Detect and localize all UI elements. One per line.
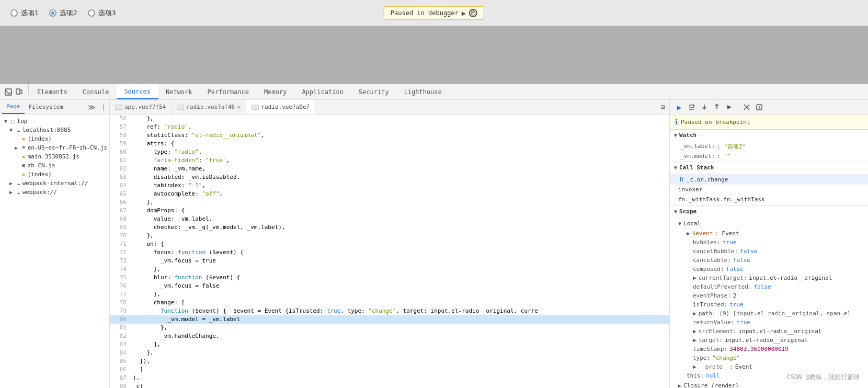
devtools-content: Page Filesystem ≫ ⋮ ▼ □ top ▼ ☁ localhos… (0, 100, 868, 388)
code-editor[interactable]: 56 },57 ref: "radio",58 staticClass: "el… (110, 115, 669, 388)
radio-option-1[interactable]: 选项1 (10, 8, 39, 18)
tab-console[interactable]: Console (75, 84, 117, 99)
deactivate-breakpoints-button[interactable] (741, 102, 752, 112)
code-line[interactable]: 59 attrs: { (110, 140, 669, 148)
tab-performance[interactable]: Performance (200, 84, 257, 99)
tab-memory[interactable]: Memory (257, 84, 294, 99)
expand-icon[interactable]: ▶ (693, 275, 696, 281)
callstack-item-3[interactable]: fn._withTask.fn._withTask (670, 195, 868, 204)
code-line[interactable]: 83 ], (110, 340, 669, 349)
code-line[interactable]: 65 autocomplete: "off", (110, 190, 669, 198)
code-line[interactable]: 85 }), (110, 357, 669, 366)
split-icon[interactable]: ⊡ (661, 103, 665, 111)
code-line[interactable]: 63 disabled: _vm.isDisabled, (110, 173, 669, 181)
line-number: 83 (110, 340, 131, 349)
more-icon[interactable]: ≫ (86, 103, 98, 111)
expand-icon[interactable]: ▶ (693, 337, 696, 344)
step-over-button[interactable] (687, 102, 697, 112)
tab-lighthouse[interactable]: Lighthouse (397, 84, 450, 99)
code-line[interactable]: 67 domProps: { (110, 207, 669, 215)
code-line[interactable]: 62 name: _vm.name, (110, 165, 669, 173)
tree-item-main[interactable]: ▪ main.3530852.js (0, 152, 109, 161)
code-line[interactable]: 72 focus: function ($event) { (110, 248, 669, 257)
record-icon[interactable] (469, 9, 477, 17)
code-line[interactable]: 77 }, (110, 290, 669, 299)
code-tab-app[interactable]: app.vue?7f54 (110, 100, 172, 114)
tree-item-index2[interactable]: ▪ (index) (0, 170, 109, 179)
code-line[interactable]: 86 ] (110, 366, 669, 374)
code-line[interactable]: 57 ref: "radio", (110, 123, 669, 131)
code-line[interactable]: 84 }, (110, 349, 669, 357)
line-number: 56 (110, 115, 131, 123)
code-line[interactable]: 56 }, (110, 115, 669, 123)
tree-item-localhost[interactable]: ▼ ☁ localhost:8085 (0, 125, 109, 134)
step-out-button[interactable] (712, 102, 722, 112)
play-icon[interactable]: ▶ (462, 9, 466, 17)
code-line[interactable]: 80 _vm.model = _vm.label (110, 315, 669, 324)
tab-sources[interactable]: Sources (117, 84, 158, 99)
arrow-icon: ▼ (674, 132, 677, 138)
code-line[interactable]: 76 _vm.focus = false (110, 282, 669, 290)
inspect-icon[interactable] (4, 88, 13, 96)
call-stack-header[interactable]: ▼ Call Stack (670, 162, 868, 173)
code-line[interactable]: 58 staticClass: "el-radio__original", (110, 131, 669, 140)
code-line[interactable]: 68 value: _vm.label, (110, 215, 669, 223)
tree-item-zh-cn[interactable]: ≡ zh-CN.js (0, 161, 109, 170)
callstack-item-2[interactable]: invoker (670, 185, 868, 195)
folder-icon: □ (12, 118, 15, 124)
radio-option-2[interactable]: 选项2 (49, 8, 77, 18)
line-number: 80 (110, 315, 131, 324)
close-icon[interactable]: × (237, 104, 241, 111)
watch-section-header[interactable]: ▼ Watch (670, 130, 868, 141)
tab-elements[interactable]: Elements (30, 84, 75, 99)
code-line[interactable]: 79 function ($event) { $event = Event {i… (110, 307, 669, 315)
pause-on-exceptions-button[interactable] (754, 102, 764, 112)
code-line[interactable]: 64 tabindex: "-1", (110, 181, 669, 190)
code-line[interactable]: 61 "aria-hidden": "true", (110, 156, 669, 165)
expand-icon[interactable]: ▶ (693, 328, 696, 335)
tree-item-webpack[interactable]: ▶ ☁ webpack:// (0, 188, 109, 197)
resume-button[interactable]: ▶ (674, 102, 684, 112)
radio-option-3[interactable]: 选项3 (88, 8, 116, 18)
code-line[interactable]: 71 on: { (110, 240, 669, 248)
expand-icon[interactable]: ▶ (693, 363, 696, 370)
tree-item-top[interactable]: ▼ □ top (0, 117, 109, 125)
code-line[interactable]: 87), (110, 374, 669, 382)
callstack-item-1[interactable]: ⏸ _c.on.change (670, 174, 868, 185)
expand-icon[interactable]: ▶ (687, 230, 690, 237)
tab-application[interactable]: Application (294, 84, 351, 99)
code-line[interactable]: 88_c( (110, 382, 669, 388)
code-line[interactable]: 60 type: "radio", (110, 148, 669, 156)
radio-label-1: 选项1 (21, 8, 39, 18)
callstack-label: invoker (678, 186, 702, 193)
file-panel-menu-icon[interactable]: ⋮ (100, 103, 107, 111)
step-into-button[interactable] (699, 102, 710, 112)
code-line[interactable]: 66 }, (110, 198, 669, 207)
code-line[interactable]: 73 _vm.focus = true (110, 257, 669, 265)
scope-header[interactable]: ▼ Scope (670, 206, 868, 217)
tree-item-webpack-internal[interactable]: ▶ ☁ webpack-internal:// (0, 179, 109, 188)
code-line[interactable]: 78 change: [ (110, 299, 669, 307)
cloud-icon: ☁ (17, 127, 20, 133)
folder-icon: ▪ (22, 171, 26, 178)
tab-network[interactable]: Network (158, 84, 200, 99)
code-line[interactable]: 70 }, (110, 232, 669, 240)
line-number: 63 (110, 173, 131, 181)
tab-page[interactable]: Page (2, 100, 25, 114)
code-line[interactable]: 74 }, (110, 265, 669, 273)
code-tab-radio1[interactable]: radio.vue?af46 × (172, 100, 246, 114)
code-tab-radio2[interactable]: radio.vue?a0e7 (246, 100, 315, 114)
code-line[interactable]: 82 _vm.handleChange, (110, 332, 669, 340)
local-header[interactable]: ▼ Local (670, 218, 868, 229)
expand-icon[interactable]: ▶ (693, 310, 696, 317)
tree-item-index1[interactable]: ▪ (index) (0, 134, 109, 143)
code-line[interactable]: 81 }, (110, 324, 669, 332)
code-tab-label: radio.vue?af46 (186, 104, 235, 110)
tab-filesystem[interactable]: Filesystem (25, 100, 67, 114)
tree-item-en-us[interactable]: ▶ ≡ en-US~es~fr-FR~zh-CN.js (0, 143, 109, 152)
tab-security[interactable]: Security (351, 84, 397, 99)
step-button[interactable] (724, 102, 735, 112)
device-icon[interactable] (15, 88, 23, 96)
code-line[interactable]: 75 blur: function ($event) { (110, 273, 669, 282)
code-line[interactable]: 69 checked: _vm._q(_vm.model, _vm.label)… (110, 223, 669, 232)
